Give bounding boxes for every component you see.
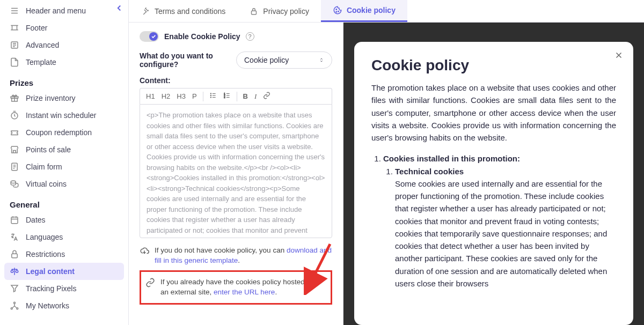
editor-h3-button[interactable]: H3: [174, 91, 188, 101]
sidebar-item-label: My Networks: [26, 301, 69, 310]
sidebar-item-template[interactable]: Template: [0, 54, 128, 71]
sidebar-item-label: Prize inventory: [26, 94, 76, 102]
form-panel: Enable Cookie Policy ? What do you want …: [129, 23, 343, 325]
help-icon[interactable]: ?: [246, 32, 254, 41]
sidebar: Header and menu Footer Advanced Template…: [0, 0, 129, 325]
tab-cookie[interactable]: Cookie policy: [321, 0, 407, 22]
editor-h2-button[interactable]: H2: [159, 91, 173, 101]
enter-url-link[interactable]: enter the URL here: [214, 288, 275, 296]
sidebar-item-label: Restrictions: [26, 250, 65, 258]
sidebar-item-label: Header and menu: [26, 6, 86, 15]
preview-close-button[interactable]: [614, 50, 624, 62]
preview-list1-1-body: Some cookies are used internally and are…: [395, 179, 607, 288]
editor-ul-button[interactable]: [207, 91, 219, 102]
sidebar-item-points-of-sale[interactable]: Points of sale: [0, 141, 128, 158]
select-value: Cookie policy: [244, 56, 289, 64]
tab-label: Privacy policy: [263, 7, 309, 16]
svg-text:3: 3: [224, 96, 225, 99]
advanced-icon: [10, 40, 19, 50]
clock-icon: [10, 110, 19, 120]
hint-external-url: If you already have the cookies policy h…: [140, 270, 332, 305]
sidebar-item-claim-form[interactable]: Claim form: [0, 158, 128, 175]
svg-point-17: [210, 97, 211, 98]
editor-ol-button[interactable]: 123: [221, 91, 233, 102]
sidebar-item-label: Points of sale: [26, 145, 71, 154]
configure-label: What do you want to configure?: [140, 51, 225, 69]
network-icon: [10, 301, 19, 311]
editor-link-button[interactable]: [260, 91, 273, 102]
sidebar-item-legal-content[interactable]: Legal content: [4, 263, 124, 280]
preview-title: Cookie policy: [371, 57, 616, 74]
tab-label: Terms and conditions: [155, 7, 225, 16]
sidebar-item-virtual-coins[interactable]: Virtual coins: [0, 175, 128, 193]
tab-label: Cookie policy: [347, 6, 396, 14]
menu-lines-icon: [10, 6, 19, 16]
hint-download-template: If you do not have cookie policy, you ca…: [140, 246, 332, 266]
footer-icon: [10, 23, 19, 33]
editor-italic-button[interactable]: I: [252, 91, 259, 102]
sidebar-item-label: Virtual coins: [26, 180, 67, 188]
sidebar-item-label: Template: [26, 58, 56, 67]
preview-panel: Cookie policy The promotion takes place …: [343, 23, 644, 325]
content-label: Content:: [140, 76, 332, 85]
svg-point-8: [14, 302, 16, 304]
svg-point-9: [11, 308, 12, 309]
store-icon: [10, 145, 19, 154]
lock-icon: [10, 249, 19, 259]
sidebar-section-prizes: Prizes: [0, 71, 128, 90]
preview-intro: The promotion takes place on a website t…: [371, 82, 616, 144]
sidebar-item-label: Legal content: [26, 267, 75, 276]
sidebar-item-languages[interactable]: Languages: [0, 228, 128, 246]
svg-rect-11: [252, 11, 257, 14]
configure-select[interactable]: Cookie policy: [236, 51, 332, 69]
gavel-icon: [141, 6, 150, 16]
content-editor[interactable]: <p>The promotion takes place on a websit…: [140, 104, 332, 238]
template-icon: [10, 57, 19, 67]
sidebar-item-tracking-pixels[interactable]: Tracking Pixels: [0, 280, 128, 297]
enable-cookie-toggle[interactable]: [140, 31, 159, 42]
tab-privacy[interactable]: Privacy policy: [237, 0, 321, 22]
sidebar-item-footer[interactable]: Footer: [0, 19, 128, 36]
lock-icon: [249, 6, 259, 16]
form-icon: [10, 162, 19, 172]
chevron-updown-icon: [319, 57, 324, 63]
tab-terms[interactable]: Terms and conditions: [129, 0, 237, 22]
toggle-label: Enable Cookie Policy: [164, 32, 240, 41]
editor-toolbar: H1 H2 H3 P 123 B I: [140, 88, 332, 104]
svg-point-10: [17, 308, 18, 309]
preview-list1-1: Technical cookies: [395, 167, 464, 176]
language-icon: [10, 232, 19, 242]
sidebar-item-header-menu[interactable]: Header and menu: [0, 2, 128, 19]
preview-list1: Cookies installed in this promotion:: [383, 154, 520, 163]
coins-icon: [10, 179, 19, 189]
sidebar-item-label: Dates: [26, 216, 46, 224]
ticket-icon: [10, 128, 19, 137]
editor-p-button[interactable]: P: [189, 91, 200, 101]
sidebar-item-restrictions[interactable]: Restrictions: [0, 246, 128, 263]
svg-rect-7: [12, 254, 18, 258]
gift-icon: [10, 93, 19, 103]
sidebar-item-label: Claim form: [26, 162, 62, 171]
link-icon: [145, 278, 155, 287]
sidebar-item-label: Tracking Pixels: [26, 284, 76, 293]
svg-point-14: [336, 11, 337, 12]
preview-card: Cookie policy The promotion takes place …: [354, 42, 633, 325]
sidebar-item-label: Coupon redemption: [26, 128, 92, 137]
svg-point-13: [338, 11, 339, 12]
cookie-icon: [333, 5, 342, 15]
svg-point-12: [336, 9, 337, 10]
sidebar-item-label: Advanced: [26, 41, 59, 49]
sidebar-item-label: Footer: [26, 24, 47, 32]
sidebar-item-coupon-redemption[interactable]: Coupon redemption: [0, 124, 128, 141]
editor-h1-button[interactable]: H1: [143, 91, 158, 101]
funnel-icon: [10, 284, 19, 293]
sidebar-item-prize-inventory[interactable]: Prize inventory: [0, 90, 128, 107]
svg-point-15: [210, 93, 211, 94]
sidebar-item-instant-win[interactable]: Instant win scheduler: [0, 107, 128, 124]
sidebar-item-my-networks[interactable]: My Networks: [0, 297, 128, 314]
sidebar-item-label: Instant win scheduler: [26, 111, 97, 120]
sidebar-collapse-button[interactable]: [114, 3, 124, 14]
sidebar-item-advanced[interactable]: Advanced: [0, 36, 128, 54]
sidebar-item-dates[interactable]: Dates: [0, 211, 128, 228]
editor-bold-button[interactable]: B: [240, 91, 251, 101]
